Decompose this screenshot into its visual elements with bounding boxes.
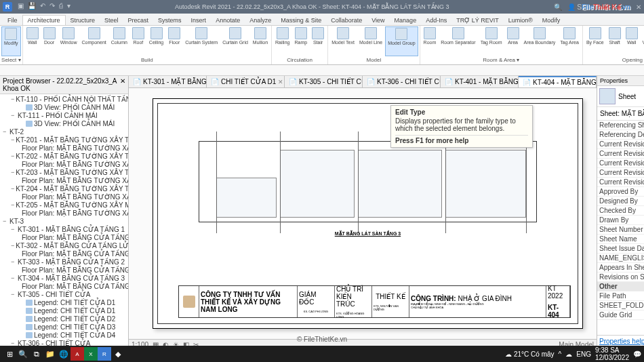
tool-window[interactable]: Window	[58, 26, 79, 56]
ribbon-tab-file[interactable]: File	[3, 16, 22, 25]
doc-tab[interactable]: 📄KT-401 - MẶT BẰNG LÁT SÀN TẦ...✕	[441, 76, 519, 87]
tool-curtain-grid[interactable]: Curtain Grid	[220, 26, 250, 56]
tool-curtain-system[interactable]: Curtain System	[183, 26, 220, 56]
ribbon-tab-insert[interactable]: Insert	[186, 16, 212, 25]
app-icon-2[interactable]: ◆	[111, 347, 125, 361]
tool-model-line[interactable]: Model Line	[357, 26, 384, 56]
onedrive-icon[interactable]: ☁	[565, 350, 572, 358]
qat-save-icon[interactable]: 💾	[28, 2, 36, 12]
tree-node[interactable]: Legend: CHI TIẾT CỬA D1	[0, 298, 128, 306]
ribbon-tab-structure[interactable]: Structure	[66, 16, 100, 25]
tool-model-group[interactable]: Model Group	[385, 26, 418, 56]
tool-tag-room[interactable]: Tag Room	[479, 26, 504, 56]
property-row[interactable]: Designed ByDesigner	[597, 197, 644, 206]
tree-node[interactable]: −KT-302 - MẶT BẰNG CỬA TẦNG LỬNG	[0, 241, 128, 249]
tool-vertical[interactable]: Vertical	[641, 26, 644, 56]
property-row[interactable]: Sheet NameMẶT BẰNG LÁT...	[597, 235, 644, 244]
tool-column[interactable]: Column	[109, 26, 129, 56]
property-row[interactable]: Current Revisio...	[597, 159, 644, 168]
tool-mullion[interactable]: Mullion	[251, 26, 270, 56]
ribbon-tab-steel[interactable]: Steel	[100, 16, 123, 25]
tool-tag-area[interactable]: Tag Area	[558, 26, 581, 56]
tree-node[interactable]: −KT-2	[0, 127, 128, 136]
tree-node[interactable]: −KT-204 - MẶT BẰNG TƯỜNG XÂY TẦNG 3	[0, 184, 128, 193]
tree-node[interactable]: Floor Plan: MẶT BẰNG TƯỜNG XÂY MÁI	[0, 209, 128, 217]
doc-tab[interactable]: 📄KT-301 - MẶT BẰNG CỬA TẦNG 1✕	[129, 76, 207, 87]
ribbon-tab-systems[interactable]: Systems	[153, 16, 186, 25]
tool-model-text[interactable]: Model Text	[329, 26, 357, 56]
tree-node[interactable]: Floor Plan: MẶT BẰNG CỬA TẦNG 2	[0, 266, 128, 274]
tree-node[interactable]: −KT-111 - PHỐI CẢNH MÁI	[0, 111, 128, 119]
close-panel-icon[interactable]: ✕	[120, 77, 125, 92]
task-view-icon[interactable]: ⧉	[30, 347, 43, 361]
autocad-icon[interactable]: A	[71, 347, 84, 361]
tree-node[interactable]: −KT-301 - MẶT BẰNG CỬA TẦNG 1	[0, 225, 128, 233]
search-icon[interactable]: 🔍	[554, 3, 562, 11]
ribbon-tab-annotate[interactable]: Annotate	[211, 16, 245, 25]
tree-node[interactable]: −KT-205 - MẶT BẰNG TƯỜNG XÂY MÁI	[0, 201, 128, 209]
revit-taskbar-icon[interactable]: R	[98, 347, 111, 361]
tool-wall[interactable]: Wall	[624, 26, 640, 56]
tree-node[interactable]: Floor Plan: MẶT BẰNG TƯỜNG XÂY TẦNG 2	[0, 176, 128, 184]
tree-node[interactable]: Legend: CHI TIẾT CỬA D3	[0, 323, 128, 331]
tool-shaft[interactable]: Shaft	[607, 26, 623, 56]
notifications-icon[interactable]: 💬	[633, 350, 641, 358]
ribbon-tab-collaborate[interactable]: Collaborate	[326, 16, 367, 25]
tree-node[interactable]: Floor Plan: MẶT BẰNG TƯỜNG XÂY TẦNG 3	[0, 193, 128, 201]
property-row[interactable]: Checked ByChecker	[597, 206, 644, 216]
ribbon-tab-trlrevit[interactable]: TRỢ LÝ REVIT	[451, 16, 504, 25]
type-selector[interactable]: Sheet	[597, 86, 644, 107]
tool-wall[interactable]: Wall	[24, 26, 41, 56]
tree-node[interactable]: −KT-303 - MẶT BẰNG CỬA TẦNG 2	[0, 258, 128, 266]
ribbon-tab-architecture[interactable]: Architecture	[22, 15, 66, 25]
property-row[interactable]: Current Revision	[597, 178, 644, 187]
tree-node[interactable]: Legend: CHI TIẾT CỬA D4	[0, 331, 128, 339]
ribbon-tab-view[interactable]: View	[367, 16, 389, 25]
properties-list[interactable]: Referencing Sh...Referencing Det...Curre…	[597, 121, 644, 335]
clock[interactable]: 9:38 SA12/03/2022	[595, 346, 629, 361]
tree-node[interactable]: −KT-201 - MẶT BẰNG TƯỜNG XÂY TẦNG 1	[0, 136, 128, 144]
ribbon-tab-modify[interactable]: Modify	[538, 16, 565, 25]
property-row[interactable]: Current Revisio...	[597, 168, 644, 178]
property-row[interactable]: Drawn ByAuthor	[597, 216, 644, 225]
property-row[interactable]: File PathG:\My Drive\4.0 ...	[597, 291, 644, 301]
property-row[interactable]: NAME_ENGLISH	[597, 254, 644, 263]
instance-selector[interactable]: Sheet: MẶT BẰNG LÁ	[600, 110, 644, 117]
tree-node[interactable]: Legend: CHI TIẾT CỬA D2	[0, 315, 128, 323]
tool-by-face[interactable]: By Face	[584, 26, 606, 56]
tree-node[interactable]: Legend: CHI TIẾT CỬA D1	[0, 306, 128, 315]
tree-node[interactable]: Floor Plan: MẶT BẰNG CỬA TẦNG 3	[0, 282, 128, 290]
ribbon-tab-lumion[interactable]: Lumion®	[504, 16, 538, 25]
property-row[interactable]: Sheet Issue Date03/04/22	[597, 244, 644, 254]
doc-tab[interactable]: 📄KT-306 - CHI TIẾT CỬA✕	[363, 76, 441, 87]
chrome-icon[interactable]: 🌐	[57, 347, 71, 361]
property-row[interactable]: SHEET_FOLDER	[597, 301, 644, 310]
tree-node[interactable]: −KT-3	[0, 217, 128, 225]
search-taskbar-icon[interactable]: 🔍	[16, 347, 30, 361]
tool-area[interactable]: Area	[505, 26, 521, 56]
property-row[interactable]: Referencing Sh...	[597, 121, 644, 130]
tool-roof[interactable]: Roof	[130, 26, 146, 56]
property-row[interactable]: Approved ByApprover	[597, 187, 644, 197]
doc-tab[interactable]: 📄KT-305 - CHI TIẾT CỬA✕	[285, 76, 363, 87]
tree-node[interactable]: −KT-110 - PHỐI CẢNH NỘI THẤT TẦNG 3	[0, 95, 128, 103]
tree-node[interactable]: −KT-304 - MẶT BẰNG CỬA TẦNG 3	[0, 274, 128, 282]
start-button[interactable]: ⊞	[3, 347, 16, 361]
ribbon-tab-precast[interactable]: Precast	[123, 16, 154, 25]
tool-ceiling[interactable]: Ceiling	[147, 26, 165, 56]
tool-room-separator[interactable]: Room Separator	[439, 26, 477, 56]
tree-node[interactable]: Floor Plan: MẶT BẰNG CỬA TẦNG LỬNG	[0, 249, 128, 258]
tool-stair[interactable]: Stair	[310, 26, 326, 56]
tool-component[interactable]: Component	[80, 26, 108, 56]
explorer-icon[interactable]: 📁	[43, 347, 57, 361]
tool-area-boundary[interactable]: Area Boundary	[522, 26, 558, 56]
tree-node[interactable]: −KT-305 - CHI TIẾT CỬA	[0, 290, 128, 298]
property-row[interactable]: Current Revisio...	[597, 140, 644, 149]
ribbon-tab-manage[interactable]: Manage	[390, 16, 422, 25]
tree-node[interactable]: 3D View: PHỐI CẢNH MÁI	[0, 103, 128, 111]
tree-node[interactable]: Floor Plan: MẶT BẰNG TƯỜNG XÂY TẦNG LỬNG	[0, 160, 128, 168]
property-row[interactable]: Sheet NumberKT-404	[597, 225, 644, 235]
quick-access-toolbar[interactable]: ▣ 💾 ↶ ↷ ⎙ ▾	[18, 2, 71, 12]
tool-ramp[interactable]: Ramp	[292, 26, 309, 56]
tree-node[interactable]: 3D View: PHỐI CẢNH MÁI	[0, 119, 128, 127]
